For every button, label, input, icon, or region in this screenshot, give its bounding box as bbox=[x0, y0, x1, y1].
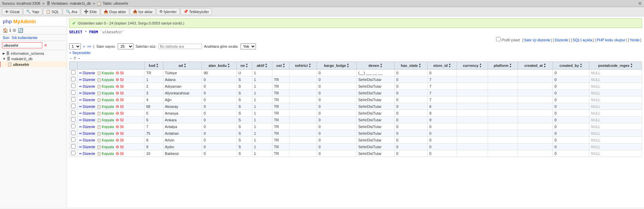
delete-row-button[interactable]: Sil bbox=[120, 105, 124, 109]
copy-row-button[interactable]: 📋 Kopyala bbox=[97, 145, 114, 149]
sik-kullanilan-link[interactable]: Sık kullanılanlar bbox=[12, 36, 38, 40]
sql-button[interactable]: 📋 SQL bbox=[43, 8, 62, 15]
edit-row-button[interactable]: ✏ Düzenle bbox=[79, 118, 95, 122]
row-checkbox[interactable] bbox=[71, 84, 75, 88]
row-checkbox[interactable] bbox=[71, 124, 75, 128]
delete-row-button[interactable]: Sil bbox=[120, 125, 124, 129]
clear-search-button[interactable]: ✕ bbox=[43, 43, 48, 47]
edit-row-button[interactable]: ✏ Düzenle bbox=[79, 98, 95, 102]
row-checkbox[interactable] bbox=[71, 70, 75, 75]
copy-row-button[interactable]: 📋 Kopyala bbox=[97, 125, 114, 129]
settings-icon[interactable]: ⚙ bbox=[12, 28, 16, 33]
next-page-button[interactable]: > bbox=[83, 44, 85, 48]
delete-row-button[interactable]: Sil bbox=[120, 91, 124, 95]
sort-desen[interactable]: ▲▼ bbox=[380, 63, 382, 68]
secenek-bar[interactable]: + Seçenekler bbox=[67, 50, 644, 55]
delete-row-icon[interactable]: ⊖ bbox=[116, 138, 119, 142]
search-input[interactable] bbox=[2, 42, 42, 48]
copy-row-button[interactable]: 📋 Kopyala bbox=[97, 152, 114, 156]
row-count-select[interactable]: 25 50 100 bbox=[118, 43, 133, 49]
sort-select[interactable]: Yok bbox=[240, 43, 256, 49]
copy-row-button[interactable]: 📋 Kopyala bbox=[97, 91, 114, 95]
delete-row-icon[interactable]: ⊖ bbox=[116, 84, 119, 89]
sort-ust[interactable]: ▲▼ bbox=[282, 63, 285, 68]
edit-row-button[interactable]: ✏ Düzenle bbox=[79, 91, 95, 95]
row-checkbox[interactable] bbox=[71, 104, 75, 108]
sort-ne[interactable]: ▲▼ bbox=[246, 63, 248, 68]
disa-aktar-button[interactable]: 📤 Dışa aktar bbox=[101, 8, 129, 15]
row-checkbox[interactable] bbox=[71, 117, 75, 122]
tetikleyiciler-button[interactable]: 📌 Tetikleyiciler bbox=[180, 8, 212, 15]
row-checkbox[interactable] bbox=[71, 131, 75, 135]
sort-store-id[interactable]: ▲▼ bbox=[448, 63, 451, 68]
sort-created-at[interactable]: ▲▼ bbox=[543, 63, 546, 68]
delete-row-icon[interactable]: ⊖ bbox=[116, 91, 119, 95]
islemler-button[interactable]: ⚙ İşlemler bbox=[156, 8, 180, 15]
row-checkbox[interactable] bbox=[71, 111, 75, 115]
delete-row-button[interactable]: Sil bbox=[120, 132, 124, 135]
last-page-button[interactable]: >> bbox=[87, 44, 91, 48]
son-link[interactable]: Son bbox=[3, 36, 9, 40]
refresh-link[interactable]: Yenile bbox=[630, 38, 640, 42]
delete-row-icon[interactable]: ⊖ bbox=[116, 104, 119, 109]
sort-postalcode-regex[interactable]: ▲▼ bbox=[630, 63, 633, 68]
delete-row-icon[interactable]: ⊖ bbox=[116, 151, 119, 156]
delete-row-icon[interactable]: ⊖ bbox=[116, 111, 119, 116]
edit-row-button[interactable]: ✏ Düzenle bbox=[79, 152, 95, 156]
delete-row-icon[interactable]: ⊖ bbox=[116, 97, 119, 102]
row-checkbox[interactable] bbox=[71, 144, 75, 149]
delete-row-button[interactable]: Sil bbox=[120, 78, 124, 82]
delete-row-icon[interactable]: ⊖ bbox=[116, 71, 119, 75]
copy-row-button[interactable]: 📋 Kopyala bbox=[97, 118, 114, 122]
edit-row-button[interactable]: ✏ Düzenle bbox=[79, 138, 95, 142]
sort-has-state[interactable]: ▲▼ bbox=[419, 63, 421, 68]
ara-button[interactable]: 🔍 Ara bbox=[63, 8, 80, 15]
copy-row-button[interactable]: 📋 Kopyala bbox=[97, 71, 114, 75]
delete-row-button[interactable]: Sil bbox=[120, 71, 124, 75]
delete-row-button[interactable]: Sil bbox=[120, 145, 124, 149]
edit-row-button[interactable]: ✏ Düzenle bbox=[79, 125, 95, 129]
sort-sehirici[interactable]: ▲▼ bbox=[309, 63, 311, 68]
php-link[interactable]: PHP kodu oluştur bbox=[597, 38, 625, 42]
row-checkbox[interactable] bbox=[71, 77, 75, 81]
sidebar-item-ulkesehir[interactable]: 📋 ulkesehir bbox=[0, 61, 67, 67]
explain-link[interactable]: SQL'i açıkla bbox=[573, 38, 592, 42]
arrow-right-icon[interactable]: → bbox=[77, 56, 81, 61]
sort-ad[interactable]: ▲▼ bbox=[183, 63, 186, 68]
inline-edit-link[interactable]: Satır içi düzenle bbox=[524, 38, 550, 42]
edit-row-button[interactable]: ✏ Düzenle bbox=[79, 132, 95, 135]
delete-row-button[interactable]: Sil bbox=[120, 138, 124, 142]
edit-row-button[interactable]: ✏ Düzenle bbox=[79, 85, 95, 88]
edit-row-button[interactable]: ✏ Düzenle bbox=[79, 112, 95, 115]
delete-row-button[interactable]: Sil bbox=[120, 85, 124, 88]
info-icon[interactable]: ℹ bbox=[9, 28, 11, 33]
sort-aktif[interactable]: ▲▼ bbox=[265, 63, 268, 68]
sort-platform[interactable]: ▲▼ bbox=[509, 63, 512, 68]
sort-created-by[interactable]: ▲▼ bbox=[580, 63, 582, 68]
edit-row-button[interactable]: ✏ Düzenle bbox=[79, 145, 95, 149]
profile-checkbox[interactable] bbox=[496, 37, 500, 41]
copy-row-button[interactable]: 📋 Kopyala bbox=[97, 85, 114, 88]
edit-link[interactable]: Düzenle bbox=[555, 38, 568, 42]
refresh-icon[interactable]: 🔄 bbox=[18, 28, 23, 33]
copy-row-button[interactable]: 📋 Kopyala bbox=[97, 132, 114, 135]
delete-row-button[interactable]: Sil bbox=[120, 112, 124, 115]
row-checkbox[interactable] bbox=[71, 137, 75, 142]
filter-input[interactable] bbox=[158, 44, 202, 49]
row-checkbox[interactable] bbox=[71, 151, 75, 155]
yapi-button[interactable]: 🔧 Yapı bbox=[23, 8, 42, 15]
delete-row-button[interactable]: Sil bbox=[120, 98, 124, 102]
edit-row-button[interactable]: ✏ Düzenle bbox=[79, 105, 95, 109]
sidebar-item-information-schema[interactable]: ▶ 🗄 information_schema bbox=[0, 51, 67, 56]
copy-row-button[interactable]: 📋 Kopyala bbox=[97, 98, 114, 102]
delete-row-icon[interactable]: ⊖ bbox=[116, 118, 119, 122]
delete-row-icon[interactable]: ⊖ bbox=[116, 124, 119, 129]
page-select[interactable]: 1 bbox=[69, 43, 81, 49]
sort-alan-kodu[interactable]: ▲▼ bbox=[227, 63, 230, 68]
edit-row-button[interactable]: ✏ Düzenle bbox=[79, 71, 95, 75]
ice-aktar-button[interactable]: 📥 İçe aktar bbox=[130, 8, 156, 15]
copy-row-button[interactable]: 📋 Kopyala bbox=[97, 78, 114, 82]
delete-row-icon[interactable]: ⊖ bbox=[116, 77, 119, 82]
copy-row-button[interactable]: 📋 Kopyala bbox=[97, 112, 114, 115]
home-icon[interactable]: 🏠 bbox=[3, 28, 8, 33]
